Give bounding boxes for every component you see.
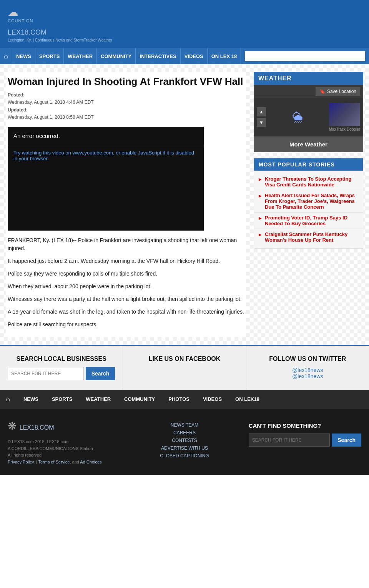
weather-down-button[interactable]: ▼ [257, 118, 266, 127]
content-wrapper: Woman Injured In Shooting At Frankfort V… [0, 64, 369, 345]
footer-facebook-col: LIKE US ON FACEBOOK [123, 346, 246, 390]
article-body: FRANKFORT, Ky. (LEX 18)-- Police in Fran… [8, 236, 244, 329]
weather-map-label: MaxTrack Doppler [329, 127, 360, 131]
main-article: Woman Injured In Shooting At Frankfort V… [6, 72, 246, 337]
sidebar: WEATHER 🔖 Save Location ▲ ▼ 🌦 MaxTrack D… [254, 72, 363, 337]
nav-sports[interactable]: SPORTS [35, 48, 64, 64]
footer-copyright: © LEX18.com 2018, LEX18.com A CORDILLERA… [8, 439, 120, 465]
site-header: ☁ COUNT ON LEX18.COM Lexington, Ky. | Co… [0, 0, 369, 48]
weather-widget: WEATHER 🔖 Save Location ▲ ▼ 🌦 MaxTrack D… [254, 72, 363, 152]
footer-link-closed-captioning[interactable]: CLOSED CAPTIONING [128, 453, 241, 458]
footer-nav-sports[interactable]: SPORTS [46, 396, 78, 402]
bullet-icon: ▶ [259, 194, 262, 198]
cloud-icon: ☁ [8, 6, 112, 18]
nav-videos[interactable]: VIDEOS [181, 48, 208, 64]
footer-nav-weather[interactable]: WEATHER [80, 396, 116, 402]
footer-link-careers[interactable]: CAREERS [128, 430, 241, 435]
bullet-icon: ▶ [259, 177, 262, 181]
footer-nav-news[interactable]: NEWS [18, 396, 44, 402]
weather-body: ▲ ▼ 🌦 MaxTrack Doppler [254, 98, 363, 136]
nav-community[interactable]: COMMUNITY [97, 48, 136, 64]
video-error-link[interactable]: Try watching this video on www.youtube.c… [8, 145, 204, 166]
footer-top: SEARCH LOCAL BUSINESSES Search LIKE US O… [0, 345, 369, 390]
article-para-2: Police say they were responding to calls… [8, 270, 244, 278]
nav-interactives[interactable]: INTERACTIVES [136, 48, 180, 64]
footer-bottom-search-row: Search [249, 434, 361, 447]
list-item: ▶ Kroger Threatens To Stop Accepting Vis… [254, 174, 363, 190]
privacy-policy-link[interactable]: Privacy Policy [8, 460, 34, 464]
list-item: ▶ Promoting Voter ID, Trump Says ID Need… [254, 213, 363, 229]
main-nav: ⌂ NEWS SPORTS WEATHER COMMUNITY INTERACT… [0, 48, 369, 64]
article-para-1: It happened just before 2 a.m. Wednesday… [8, 257, 244, 265]
article-para-5: A 19-year-old female was shot in the leg… [8, 308, 244, 316]
list-item: ▶ Craigslist Scammer Puts Kentucky Woman… [254, 229, 363, 245]
footer-bottom-search-button[interactable]: Search [332, 434, 361, 447]
popular-story-2[interactable]: Promoting Voter ID, Trump Says ID Needed… [265, 215, 358, 226]
footer-logo[interactable]: ❋ LEX18.COM [8, 419, 120, 433]
footer-nav-community[interactable]: COMMUNITY [118, 396, 161, 402]
footer-bottom-search-input[interactable] [249, 434, 330, 447]
nav-news[interactable]: NEWS [12, 48, 35, 64]
footer-twitter-col: FOLLOW US ON TWITTER @lex18news @lex18ne… [246, 346, 369, 390]
video-container: An error occurred. Try watching this vid… [8, 127, 204, 231]
article-para-3: When they arrived, about 200 people were… [8, 282, 244, 291]
weather-condition-icon: 🌦 [292, 111, 303, 124]
peacock-icon: ❋ [8, 420, 20, 432]
popular-story-3[interactable]: Craigslist Scammer Puts Kentucky Woman's… [265, 231, 358, 243]
most-popular: MOST POPULAR STORIES ▶ Kroger Threatens … [254, 158, 363, 249]
bullet-icon: ▶ [259, 233, 262, 237]
article-para-4: Witnesses say there was a party at the h… [8, 295, 244, 303]
logo-tagline: Lexington, Ky. | Continuous News and Sto… [8, 38, 112, 42]
footer-link-contests[interactable]: CONTESTS [128, 438, 241, 443]
twitter-handle-link[interactable]: @lex18news [292, 367, 323, 373]
nav-search-input[interactable] [245, 51, 365, 61]
more-weather-button[interactable]: More Weather [254, 136, 363, 152]
popular-story-0[interactable]: Kroger Threatens To Stop Accepting Visa … [265, 176, 358, 188]
weather-header: WEATHER [254, 72, 363, 85]
weather-map-container: MaxTrack Doppler [329, 103, 360, 131]
terms-of-service-link[interactable]: Terms of Service [38, 460, 70, 464]
footer-link-news-team[interactable]: NEWS TEAM [128, 422, 241, 428]
most-popular-header: MOST POPULAR STORIES [254, 158, 363, 171]
footer-twitter-content: @lex18news @lex18news [254, 367, 361, 379]
list-item: ▶ Health Alert Issued For Salads, Wraps … [254, 190, 363, 213]
footer-logo-col: ❋ LEX18.COM © LEX18.com 2018, LEX18.com … [8, 419, 120, 465]
bullet-icon: ▶ [259, 216, 262, 220]
footer-search-button[interactable]: Search [86, 367, 115, 380]
ad-choices-link[interactable]: Ad Choices [80, 460, 101, 464]
weather-map-image[interactable] [329, 103, 360, 126]
footer-cant-find-heading: CAN'T FIND SOMETHING? [249, 422, 361, 429]
footer-search-row: Search [8, 367, 115, 380]
nav-onlex18[interactable]: ON LEX 18 [208, 48, 241, 64]
nav-weather[interactable]: WEATHER [64, 48, 97, 64]
footer-home-icon[interactable]: ⌂ [6, 395, 10, 403]
twitter-handle-link2[interactable]: @lex18news [292, 373, 323, 379]
logo-lex18[interactable]: LEX18.COM [8, 23, 112, 37]
logo-area: ☁ COUNT ON LEX18.COM Lexington, Ky. | Co… [8, 6, 112, 42]
save-icon: 🔖 [319, 89, 325, 94]
weather-up-button[interactable]: ▲ [257, 107, 266, 116]
article-para-0: FRANKFORT, Ky. (LEX 18)-- Police in Fran… [8, 236, 244, 252]
article-meta: Posted: Wednesday, August 1, 2018 4:46 A… [8, 91, 244, 121]
article-title: Woman Injured In Shooting At Frankfort V… [8, 76, 244, 88]
footer-nav-onlex18[interactable]: ON LEX18 [229, 396, 265, 402]
footer-twitter-heading: FOLLOW US ON TWITTER [254, 355, 361, 362]
save-location-button[interactable]: 🔖 Save Location [316, 87, 360, 96]
footer-link-advertise[interactable]: ADVERTISE WITH US [128, 445, 241, 451]
footer-search-local-heading: SEARCH LOCAL BUSINESSES [8, 355, 115, 362]
weather-save-row: 🔖 Save Location [254, 85, 363, 98]
footer-bottom: ❋ LEX18.COM © LEX18.com 2018, LEX18.com … [0, 409, 369, 475]
popular-story-1[interactable]: Health Alert Issued For Salads, Wraps Fr… [265, 193, 358, 210]
footer-nav: ⌂ NEWS SPORTS WEATHER COMMUNITY PHOTOS V… [0, 390, 369, 409]
article-para-6: Police are still searching for suspects. [8, 321, 244, 329]
weather-controls: ▲ ▼ [257, 107, 266, 127]
footer-nav-videos[interactable]: VIDEOS [197, 396, 228, 402]
footer-links-col: NEWS TEAM CAREERS CONTESTS ADVERTISE WIT… [128, 419, 241, 465]
footer-nav-photos[interactable]: PHOTOS [163, 396, 195, 402]
footer-facebook-heading: LIKE US ON FACEBOOK [131, 355, 238, 362]
footer-search-input[interactable] [8, 367, 84, 380]
home-nav-icon[interactable]: ⌂ [4, 52, 8, 60]
footer-search-col: CAN'T FIND SOMETHING? Search [249, 419, 361, 465]
most-popular-list: ▶ Kroger Threatens To Stop Accepting Vis… [254, 171, 363, 248]
video-error-message: An error occurred. [8, 127, 204, 145]
